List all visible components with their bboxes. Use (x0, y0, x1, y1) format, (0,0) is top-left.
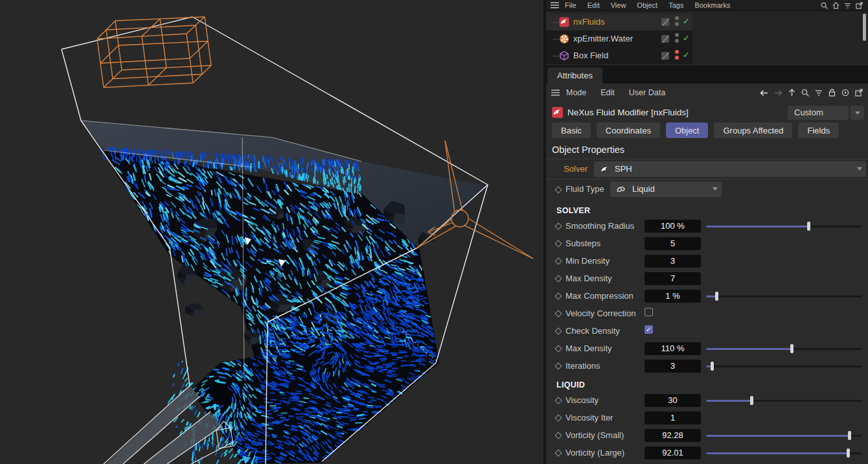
fluid-type-dropdown[interactable]: Liquid (610, 181, 722, 197)
filter-icon[interactable] (844, 2, 851, 9)
slider-handle[interactable] (848, 431, 851, 440)
solver-dropdown[interactable]: SPH (594, 161, 866, 177)
section-heading-solver: SOLVER (546, 201, 868, 218)
visibility-dot-icon[interactable] (675, 56, 679, 60)
visibility-dot-icon[interactable] (675, 50, 679, 54)
diamond-bullet-icon (554, 186, 562, 193)
slider-handle[interactable] (790, 344, 794, 353)
param-row-vorticity-large-: Vorticity (Large)92.01 (546, 445, 868, 462)
home-icon[interactable] (832, 2, 839, 9)
preset-dropdown-arrow[interactable] (851, 106, 864, 120)
attributes-tab-strip: Attributes (546, 65, 868, 84)
param-label: Max Density (565, 273, 612, 283)
solver-label: Solver (546, 164, 588, 174)
tab-object[interactable]: Object (666, 122, 709, 138)
modifier-title-row: NeXus Fluid Modifier [nxFluids] Custom (546, 105, 868, 121)
menu-item-file[interactable]: File (565, 1, 577, 9)
menu-item-tags[interactable]: Tags (668, 1, 683, 9)
menu-item-edit[interactable]: Edit (588, 1, 600, 9)
slider-handle[interactable] (750, 396, 753, 405)
up-arrow-icon[interactable] (788, 89, 795, 97)
slider-handle[interactable] (715, 292, 718, 301)
layer-icon[interactable] (661, 52, 669, 60)
cube-icon (559, 51, 569, 61)
param-label: Smoothing Radius (565, 221, 634, 231)
back-arrow-icon[interactable] (760, 89, 768, 97)
enabled-check-icon[interactable]: ✓ (683, 50, 690, 60)
object-properties-heading: Object Properties (552, 145, 868, 157)
diamond-bullet-icon (554, 240, 562, 247)
attr-menu-item-edit[interactable]: Edit (600, 88, 615, 97)
search-icon[interactable] (821, 2, 828, 9)
hamburger-menu-icon[interactable] (551, 2, 559, 8)
slider-fill (706, 400, 751, 402)
tab-groups-affected[interactable]: Groups Affected (714, 122, 792, 138)
menu-item-object[interactable]: Object (637, 1, 657, 9)
object-manager-scrollbar[interactable] (863, 14, 866, 41)
menu-item-bookmarks[interactable]: Bookmarks (694, 1, 730, 9)
slider-track[interactable] (706, 226, 862, 227)
tab-attributes[interactable]: Attributes (547, 67, 602, 84)
visibility-dot-icon[interactable] (675, 16, 679, 20)
object-name: xpEmitter.Water (573, 34, 633, 43)
lock-icon[interactable] (828, 89, 836, 97)
slider-handle[interactable] (847, 448, 850, 458)
param-row-velocity-correction: Velocity Correction (546, 305, 868, 323)
value-field[interactable]: 3 (645, 360, 701, 373)
menu-item-view[interactable]: View (611, 1, 626, 9)
value-field[interactable]: 1 % (645, 290, 701, 303)
separator (546, 179, 868, 180)
search-icon[interactable] (801, 89, 809, 97)
value-field[interactable]: 3 (645, 255, 701, 268)
value-field[interactable]: 5 (645, 237, 701, 250)
visibility-dot-icon[interactable] (675, 39, 679, 43)
slider-track[interactable] (706, 365, 862, 367)
slider-track[interactable] (706, 400, 862, 402)
tab-coordinates[interactable]: Coordinates (597, 122, 660, 138)
value-field[interactable]: 92.28 (645, 429, 701, 442)
value-field[interactable]: 92.01 (645, 447, 701, 459)
param-label: Max Compression (565, 291, 634, 301)
enabled-check-icon[interactable]: ✓ (683, 33, 690, 43)
enabled-check-icon[interactable]: ✓ (683, 16, 690, 26)
tab-basic[interactable]: Basic (552, 122, 591, 138)
slider-track[interactable] (706, 452, 862, 454)
value-field[interactable]: 30 (645, 394, 701, 407)
application-window: FileEditViewObjectTagsBookmarks nxFluids… (0, 0, 868, 464)
slider-handle[interactable] (807, 222, 810, 231)
checkbox-velocity-correction[interactable] (645, 308, 653, 316)
visibility-dot-icon[interactable] (675, 33, 679, 37)
layer-icon[interactable] (661, 35, 669, 43)
wave-icon (559, 17, 569, 27)
viewport-3d[interactable] (0, 0, 546, 464)
fluid-type-label: Fluid Type (565, 184, 604, 194)
value-field[interactable]: 110 % (645, 342, 701, 355)
slider-track[interactable] (706, 296, 862, 297)
solver-row: Solver SPH (546, 161, 868, 177)
diamond-bullet-icon (554, 362, 562, 369)
param-row-check-density: Check Density✓ (546, 323, 868, 340)
external-link-icon[interactable] (856, 2, 863, 9)
forward-arrow-icon[interactable] (774, 89, 782, 97)
slider-track[interactable] (706, 348, 862, 350)
diamond-bullet-icon (554, 449, 562, 456)
attr-menu-item-user-data[interactable]: User Data (629, 88, 665, 97)
diamond-bullet-icon (554, 257, 562, 264)
external-link-icon[interactable] (855, 89, 863, 97)
tree-line (553, 39, 558, 40)
slider-handle[interactable] (711, 362, 714, 371)
preset-dropdown[interactable]: Custom (788, 106, 849, 120)
value-field[interactable]: 1 (645, 412, 701, 424)
target-icon[interactable] (841, 89, 849, 97)
value-field[interactable]: 7 (645, 272, 701, 285)
layer-icon[interactable] (661, 18, 669, 26)
attr-menu-item-mode[interactable]: Mode (566, 88, 586, 97)
hamburger-menu-icon[interactable] (551, 89, 560, 96)
tab-fields[interactable]: Fields (798, 122, 839, 138)
checkbox-check-density[interactable]: ✓ (645, 325, 653, 334)
filter-icon[interactable] (815, 89, 823, 97)
param-row-max-density: Max Density7 (546, 270, 868, 288)
value-field[interactable]: 100 % (645, 220, 701, 233)
slider-track[interactable] (706, 435, 862, 437)
visibility-dot-icon[interactable] (675, 22, 679, 26)
